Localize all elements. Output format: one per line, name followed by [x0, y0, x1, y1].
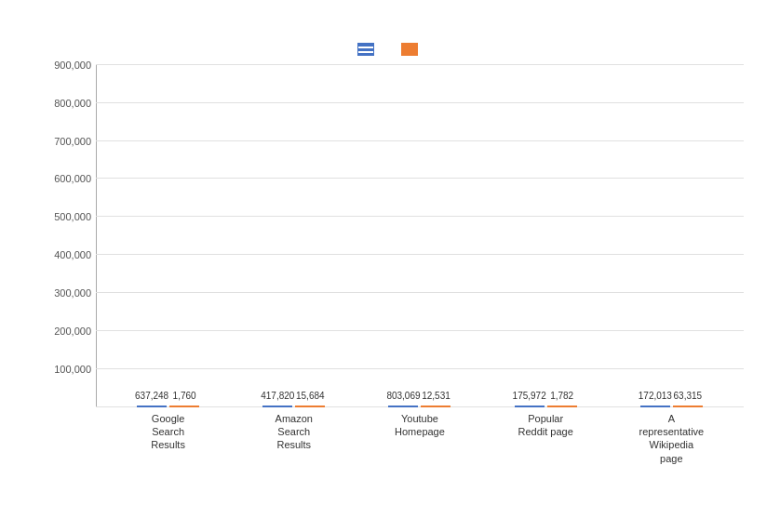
bar-fill-distilled [673, 406, 703, 407]
bar-group-inner: 803,06912,531 [388, 406, 451, 407]
plot-area: 100,000200,000300,000400,000500,000600,0… [49, 65, 753, 465]
bar-distilled: 1,782 [547, 406, 577, 407]
bar-fill-distilled [169, 406, 199, 407]
y-tick-label: 200,000 [45, 326, 91, 337]
bar-value-distilled: 1,782 [550, 391, 573, 401]
bar-value-distilled: 12,531 [422, 391, 451, 401]
legend-distilled [401, 43, 423, 56]
bar-raw: 172,013 [640, 406, 670, 407]
chart-container: 100,000200,000300,000400,000500,000600,0… [8, 10, 772, 522]
bar-group: 175,9721,782 [515, 406, 577, 407]
bar-fill-raw [388, 406, 418, 407]
x-label: Popular Reddit page [513, 412, 578, 465]
raw-html-swatch [357, 43, 374, 56]
y-tick-label: 400,000 [45, 249, 91, 260]
bar-group: 637,2481,760 [137, 406, 199, 407]
y-axis-label [27, 65, 46, 465]
distilled-swatch [401, 43, 418, 56]
bars-container: 637,2481,760417,82015,684803,06912,53117… [96, 65, 744, 407]
y-tick-label: 500,000 [45, 211, 91, 222]
bar-value-raw: 637,248 [135, 391, 168, 401]
bar-raw: 637,248 [137, 406, 167, 407]
x-label: Google Search Results [136, 412, 201, 465]
bar-value-distilled: 15,684 [296, 391, 325, 401]
bar-raw: 175,972 [515, 406, 545, 407]
bar-fill-raw [262, 406, 292, 407]
bar-raw: 803,069 [388, 406, 418, 407]
bar-distilled: 15,684 [295, 406, 325, 407]
x-label: A representative Wikipedia page [639, 412, 704, 465]
chart-area: 100,000200,000300,000400,000500,000600,0… [27, 65, 753, 465]
y-tick-label: 100,000 [45, 364, 91, 375]
bar-group-inner: 175,9721,782 [515, 406, 577, 407]
bar-value-raw: 803,069 [386, 391, 420, 401]
bar-raw: 417,820 [262, 406, 292, 407]
bar-distilled: 63,315 [673, 406, 703, 407]
bar-value-raw: 417,820 [261, 391, 294, 401]
bar-distilled: 1,760 [169, 406, 199, 407]
bar-value-distilled: 63,315 [674, 391, 703, 401]
grid-and-bars: 100,000200,000300,000400,000500,000600,0… [96, 65, 744, 407]
bar-group-inner: 417,82015,684 [262, 406, 325, 407]
x-labels: Google Search ResultsAmazon Search Resul… [96, 412, 744, 465]
bar-value-raw: 172,013 [639, 391, 672, 401]
y-tick-label: 300,000 [45, 287, 91, 299]
bar-fill-raw [515, 406, 545, 407]
bar-group: 172,01363,315 [640, 406, 703, 407]
bar-value-distilled: 1,760 [173, 391, 196, 401]
bar-distilled: 12,531 [421, 406, 451, 407]
bar-group-inner: 637,2481,760 [137, 406, 199, 407]
x-label: Amazon Search Results [262, 412, 327, 465]
bar-fill-distilled [295, 406, 325, 407]
chart-legend [27, 43, 753, 56]
bar-fill-raw [640, 406, 670, 407]
y-tick-label: 600,000 [45, 173, 91, 184]
bar-group: 803,06912,531 [388, 406, 451, 407]
bar-fill-distilled [547, 406, 577, 407]
y-tick-label: 900,000 [45, 60, 91, 71]
bar-group: 417,82015,684 [262, 406, 325, 407]
y-tick-label: 700,000 [45, 136, 91, 147]
legend-raw-html [357, 43, 379, 56]
bar-group-inner: 172,01363,315 [640, 406, 703, 407]
chart-title [27, 20, 753, 35]
bar-value-raw: 175,972 [513, 391, 546, 401]
y-tick-label: 800,000 [45, 98, 91, 109]
bar-fill-distilled [421, 406, 451, 407]
x-label: Youtube Homepage [387, 412, 452, 465]
bar-fill-raw [137, 406, 167, 407]
